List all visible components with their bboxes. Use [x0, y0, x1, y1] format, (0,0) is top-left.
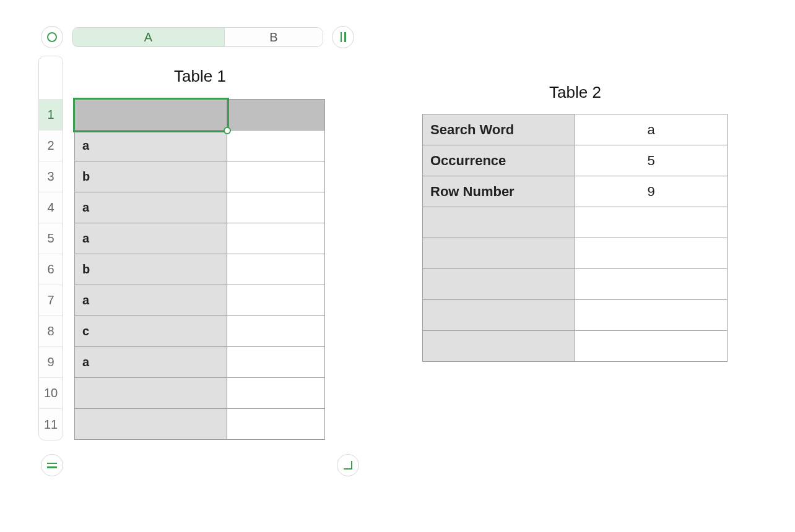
resize-corner-icon — [344, 461, 352, 470]
row-header-9[interactable]: 9 — [39, 347, 63, 378]
cell-A10[interactable] — [75, 378, 227, 409]
table1: a b a a b a c a — [74, 99, 325, 440]
table2-label[interactable]: Row Number — [423, 176, 575, 207]
table2-value[interactable]: 9 — [575, 176, 728, 207]
cell-B6[interactable] — [227, 254, 325, 285]
row-header-7[interactable]: 7 — [39, 285, 63, 316]
table2-value[interactable] — [575, 238, 728, 269]
row-header-10[interactable]: 10 — [39, 378, 63, 409]
table-row: a — [75, 131, 325, 161]
row-header-2[interactable]: 2 — [39, 131, 63, 161]
table2-label[interactable] — [423, 269, 575, 300]
row-header-5[interactable]: 5 — [39, 223, 63, 254]
cell-A8[interactable]: c — [75, 316, 227, 347]
cell-A5[interactable]: a — [75, 223, 227, 254]
cell-A9[interactable]: a — [75, 347, 227, 378]
cell-A4[interactable]: a — [75, 192, 227, 223]
cell-B3[interactable] — [227, 161, 325, 192]
table-row: b — [75, 254, 325, 285]
row-header-4[interactable]: 4 — [39, 192, 63, 223]
table1-title[interactable]: Table 1 — [74, 67, 326, 86]
table2-label[interactable] — [423, 207, 575, 238]
cell-B10[interactable] — [227, 378, 325, 409]
resize-table-button[interactable] — [337, 454, 359, 476]
columns-icon — [341, 32, 346, 42]
table-origin-button[interactable] — [41, 26, 63, 48]
cell-B8[interactable] — [227, 316, 325, 347]
table-row — [423, 238, 728, 269]
table-row: Search Word a — [423, 114, 728, 145]
table2-value[interactable]: 5 — [575, 145, 728, 176]
table-row: b — [75, 161, 325, 192]
table2-label[interactable] — [423, 331, 575, 362]
table2: Search Word a Occurrence 5 Row Number 9 — [422, 114, 728, 362]
cell-A6[interactable]: b — [75, 254, 227, 285]
row-headers: 1 2 3 4 5 6 7 8 9 10 11 — [38, 56, 63, 440]
cell-B11[interactable] — [227, 409, 325, 440]
table-row — [423, 331, 728, 362]
table-row: a — [75, 192, 325, 223]
add-column-button[interactable] — [332, 26, 354, 48]
table2-value[interactable] — [575, 207, 728, 238]
table2-title[interactable]: Table 2 — [422, 83, 728, 102]
cell-B5[interactable] — [227, 223, 325, 254]
cell-B9[interactable] — [227, 347, 325, 378]
table2-label[interactable]: Search Word — [423, 114, 575, 145]
row-header-11[interactable]: 11 — [39, 409, 63, 440]
rows-icon — [47, 463, 57, 468]
cell-A3[interactable]: b — [75, 161, 227, 192]
table2-value[interactable]: a — [575, 114, 728, 145]
row-header-3[interactable]: 3 — [39, 161, 63, 192]
add-row-button[interactable] — [41, 454, 63, 476]
column-header-B[interactable]: B — [225, 28, 323, 46]
row-header-6[interactable]: 6 — [39, 254, 63, 285]
table2-value[interactable] — [575, 300, 728, 331]
table-row: c — [75, 316, 325, 347]
table-row — [75, 100, 325, 131]
cell-B7[interactable] — [227, 285, 325, 316]
table-row: a — [75, 347, 325, 378]
table-row — [423, 300, 728, 331]
circle-icon — [47, 32, 57, 42]
table2-value[interactable] — [575, 269, 728, 300]
cell-A7[interactable]: a — [75, 285, 227, 316]
table-row: Occurrence 5 — [423, 145, 728, 176]
row-header-8[interactable]: 8 — [39, 316, 63, 347]
table2-label[interactable] — [423, 238, 575, 269]
table-row — [423, 269, 728, 300]
table2-value[interactable] — [575, 331, 728, 362]
table2-label[interactable]: Occurrence — [423, 145, 575, 176]
table-row: Row Number 9 — [423, 176, 728, 207]
table-row — [423, 207, 728, 238]
cell-A1[interactable] — [75, 100, 227, 131]
table-row — [75, 378, 325, 409]
cell-A11[interactable] — [75, 409, 227, 440]
table-row — [75, 409, 325, 440]
table-row: a — [75, 223, 325, 254]
table2-label[interactable] — [423, 300, 575, 331]
row-header-1[interactable]: 1 — [39, 100, 63, 131]
table-row: a — [75, 285, 325, 316]
cell-B4[interactable] — [227, 192, 325, 223]
cell-B2[interactable] — [227, 131, 325, 161]
cell-A2[interactable]: a — [75, 131, 227, 161]
cell-B1[interactable] — [227, 100, 325, 131]
row-header-spacer — [39, 56, 63, 100]
column-header-A[interactable]: A — [72, 28, 225, 46]
column-headers: A B — [72, 27, 323, 47]
